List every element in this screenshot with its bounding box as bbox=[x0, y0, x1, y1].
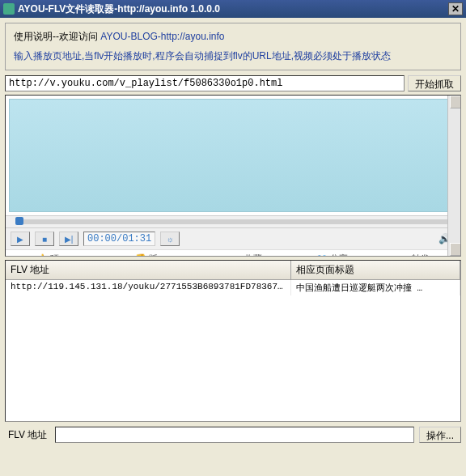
cell-title: 中国渔船遭日巡逻艇两次冲撞 … bbox=[291, 280, 460, 295]
instructions-legend: 使用说明--欢迎访问 AYOU-BLOG-http://ayou.info bbox=[14, 31, 225, 42]
thumbs-up[interactable]: 👍 顶 8334 bbox=[36, 253, 81, 257]
url-row: 开始抓取 bbox=[5, 75, 461, 91]
list-header: FLV 地址 相应页面标题 bbox=[6, 261, 460, 280]
close-button[interactable]: ✕ bbox=[448, 2, 463, 15]
stop-button[interactable]: ■ bbox=[35, 232, 54, 246]
window-title: AYOU-FLV文件读取器-http://ayou.info 1.0.0.0 bbox=[18, 2, 448, 16]
app-icon bbox=[3, 3, 15, 15]
table-row[interactable]: http://119.145.131.18/youku/2771553B6893… bbox=[6, 280, 460, 295]
play-button[interactable]: ▶ bbox=[11, 232, 30, 246]
col-header-url[interactable]: FLV 地址 bbox=[6, 261, 291, 279]
player-controls bbox=[6, 215, 460, 227]
result-list: FLV 地址 相应页面标题 http://119.145.131.18/youk… bbox=[5, 260, 461, 422]
social-bar: 👍 顶 8334 👎 踩 6627 ❤ 收藏 👥 分享 ✉ 转发 bbox=[6, 249, 460, 257]
action-button[interactable]: 操作... bbox=[419, 427, 461, 443]
instructions-text: 输入播放页地址,当flv开始播放时,程序会自动捕捉到flv的URL地址,视频必须… bbox=[14, 49, 452, 63]
window-body: 使用说明--欢迎访问 AYOU-BLOG-http://ayou.info 输入… bbox=[0, 18, 466, 448]
time-display: 00:00/01:31 bbox=[83, 232, 155, 246]
thumbs-up-icon: 👍 bbox=[36, 253, 48, 257]
share[interactable]: 👥 分享 bbox=[316, 253, 348, 257]
bottom-row: FLV 地址 操作... bbox=[5, 427, 461, 443]
page-url-input[interactable] bbox=[5, 75, 405, 91]
instructions-group: 使用说明--欢迎访问 AYOU-BLOG-http://ayou.info 输入… bbox=[5, 23, 461, 70]
col-header-title[interactable]: 相应页面标题 bbox=[291, 261, 460, 279]
favorite[interactable]: ❤ 收藏 bbox=[235, 253, 262, 257]
forward[interactable]: ✉ 转发 bbox=[402, 253, 430, 257]
thumbs-down-icon: 👎 bbox=[135, 253, 146, 257]
next-button[interactable]: ▶| bbox=[59, 232, 78, 246]
share-icon: 👥 bbox=[316, 253, 328, 257]
browser-scrollbar[interactable] bbox=[447, 96, 460, 256]
titlebar: AYOU-FLV文件读取器-http://ayou.info 1.0.0.0 ✕ bbox=[0, 0, 466, 18]
progress-slider[interactable] bbox=[15, 219, 451, 224]
player-buttons-row: ▶ ■ ▶| 00:00/01:31 ☼ 🔊 bbox=[6, 227, 460, 249]
heart-icon: ❤ bbox=[235, 253, 242, 257]
blog-link[interactable]: AYOU-BLOG-http://ayou.info bbox=[100, 31, 224, 42]
forward-icon: ✉ bbox=[402, 253, 409, 257]
thumbs-down[interactable]: 👎 踩 6627 bbox=[135, 253, 180, 257]
start-grab-button[interactable]: 开始抓取 bbox=[408, 75, 461, 91]
brightness-button[interactable]: ☼ bbox=[160, 232, 180, 246]
cell-url: http://119.145.131.18/youku/2771553B6893… bbox=[6, 280, 291, 295]
flv-url-label: FLV 地址 bbox=[5, 428, 50, 442]
video-area[interactable] bbox=[9, 99, 457, 212]
browser-panel: ▶ ■ ▶| 00:00/01:31 ☼ 🔊 👍 顶 8334 👎 踩 6627… bbox=[5, 95, 461, 257]
flv-url-input[interactable] bbox=[55, 427, 414, 443]
